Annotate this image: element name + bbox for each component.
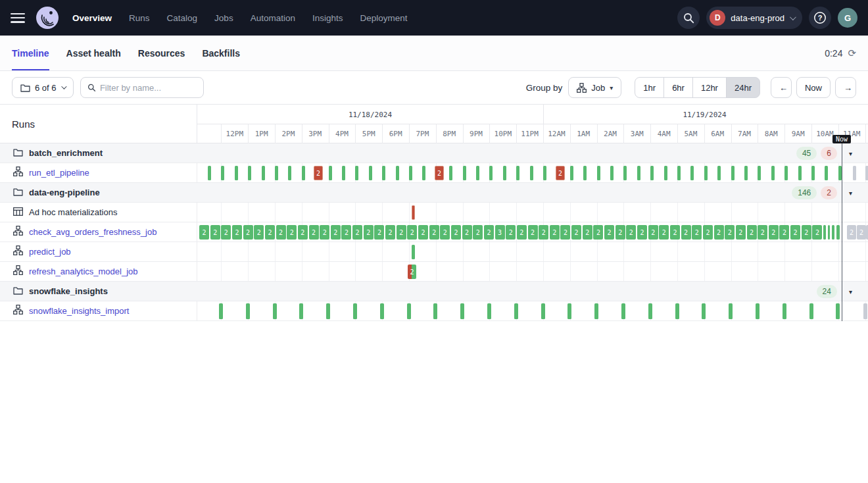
run-mark[interactable] [798, 166, 802, 180]
run-mark[interactable] [704, 166, 708, 180]
workspace-switcher[interactable]: D data-eng-prod [706, 7, 802, 29]
nav-item-runs[interactable]: Runs [129, 13, 150, 23]
run-mark[interactable]: 2 [725, 225, 735, 240]
run-mark[interactable] [275, 166, 278, 180]
name-filter-input[interactable] [100, 83, 197, 93]
run-mark[interactable]: 2 [221, 225, 231, 240]
run-mark[interactable] [299, 303, 303, 319]
nav-item-overview[interactable]: Overview [72, 13, 112, 23]
run-mark[interactable] [208, 166, 211, 180]
run-mark[interactable] [621, 303, 625, 319]
run-mark[interactable] [248, 166, 251, 180]
range-6hr[interactable]: 6hr [663, 77, 693, 98]
run-mark[interactable] [353, 303, 357, 319]
run-mark[interactable] [570, 166, 573, 180]
tab-resources[interactable]: Resources [138, 36, 185, 70]
run-mark[interactable] [288, 166, 291, 180]
run-mark[interactable] [771, 166, 775, 180]
run-mark[interactable]: 2 [769, 225, 779, 240]
run-mark[interactable] [503, 166, 506, 180]
run-mark[interactable] [543, 166, 546, 180]
run-mark[interactable] [221, 166, 224, 180]
run-mark[interactable]: 2 [583, 225, 592, 240]
run-mark[interactable] [433, 303, 437, 319]
run-mark[interactable]: 2 [287, 225, 297, 240]
expand-caret-icon[interactable]: ▾ [849, 288, 852, 295]
run-mark[interactable] [729, 303, 733, 319]
nav-item-automation[interactable]: Automation [251, 13, 295, 23]
run-mark[interactable]: 2 [320, 225, 329, 240]
code-location-filter-button[interactable]: 6 of 6 [12, 77, 74, 98]
run-mark[interactable]: 2 [374, 225, 384, 240]
run-mark[interactable] [530, 166, 533, 180]
run-mark[interactable]: 2 [550, 225, 560, 240]
run-mark[interactable] [610, 166, 614, 180]
run-mark[interactable]: 2 [758, 225, 767, 240]
run-mark[interactable] [329, 166, 332, 180]
run-mark[interactable] [409, 166, 412, 180]
run-mark[interactable]: 2 [418, 225, 428, 240]
run-mark[interactable]: 2 [703, 225, 713, 240]
run-mark[interactable] [516, 166, 519, 180]
menu-icon[interactable] [11, 13, 25, 23]
tab-backfills[interactable]: Backfills [202, 36, 240, 70]
run-mark[interactable] [412, 245, 415, 259]
run-mark[interactable] [262, 166, 265, 180]
nav-item-jobs[interactable]: Jobs [214, 13, 233, 23]
user-avatar[interactable]: G [838, 8, 857, 28]
run-mark[interactable]: 2 [314, 166, 323, 180]
run-mark[interactable] [825, 166, 828, 180]
run-mark[interactable] [567, 303, 571, 319]
run-mark[interactable]: 2 [571, 225, 581, 240]
run-mark[interactable]: 2 [560, 225, 570, 240]
run-mark[interactable] [836, 225, 840, 240]
run-mark[interactable] [514, 303, 518, 319]
run-mark[interactable] [583, 166, 587, 180]
nav-item-catalog[interactable]: Catalog [167, 13, 198, 23]
run-mark[interactable]: 2 [637, 225, 647, 240]
run-mark[interactable] [369, 166, 372, 180]
run-mark[interactable]: 2 [473, 225, 483, 240]
run-mark[interactable]: 2 [517, 225, 527, 240]
row-name[interactable]: check_avg_orders_freshness_job [29, 227, 157, 237]
run-mark[interactable] [489, 166, 493, 180]
run-mark[interactable]: 2 [857, 225, 866, 240]
run-mark[interactable]: 2 [243, 225, 253, 240]
range-1hr[interactable]: 1hr [635, 77, 664, 98]
run-mark[interactable]: 2 [790, 225, 800, 240]
run-mark[interactable] [675, 303, 679, 319]
run-mark[interactable] [463, 166, 466, 180]
run-mark[interactable] [648, 303, 652, 319]
run-mark[interactable]: 2 [802, 225, 811, 240]
run-mark[interactable]: 2 [615, 225, 625, 240]
run-mark[interactable]: 2 [451, 225, 461, 240]
run-mark[interactable] [758, 166, 761, 180]
run-mark[interactable] [783, 303, 786, 319]
run-mark[interactable]: 2 [232, 225, 242, 240]
run-mark[interactable]: 2 [681, 225, 691, 240]
run-mark[interactable] [342, 166, 345, 180]
run-mark[interactable] [623, 166, 627, 180]
run-mark[interactable] [380, 303, 384, 319]
expand-caret-icon[interactable]: ▾ [849, 190, 852, 197]
run-mark[interactable] [811, 166, 815, 180]
run-mark[interactable] [476, 166, 479, 180]
run-mark[interactable] [744, 166, 748, 180]
run-mark[interactable] [355, 166, 358, 180]
timeline-prev-button[interactable]: ← [771, 77, 792, 98]
run-mark[interactable] [460, 303, 464, 319]
run-mark[interactable]: 2 [462, 225, 472, 240]
search-button[interactable] [677, 7, 700, 29]
run-mark[interactable]: 2 [254, 225, 264, 240]
run-mark[interactable] [449, 166, 452, 180]
expand-caret-icon[interactable]: ▾ [849, 150, 852, 157]
run-mark[interactable]: 2 [506, 225, 516, 240]
run-mark[interactable]: 2 [331, 225, 341, 240]
name-filter[interactable] [80, 77, 204, 98]
run-mark[interactable]: 2 [435, 166, 444, 180]
run-mark[interactable]: 2 [210, 225, 220, 240]
run-mark[interactable]: 2 [736, 225, 746, 240]
run-mark[interactable] [677, 166, 681, 180]
run-mark[interactable] [396, 166, 399, 180]
nav-item-insights[interactable]: Insights [312, 13, 343, 23]
